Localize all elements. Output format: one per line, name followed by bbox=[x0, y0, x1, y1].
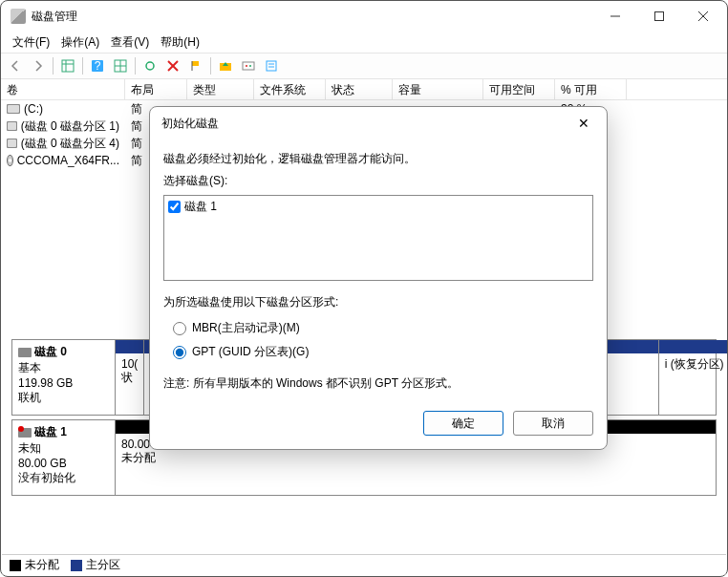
cd-icon bbox=[7, 155, 13, 166]
svg-point-19 bbox=[249, 65, 251, 67]
settings-icon[interactable] bbox=[238, 55, 259, 76]
volume-list-header: 卷 布局 类型 文件系统 状态 容量 可用空间 % 可用 bbox=[1, 79, 727, 100]
col-type[interactable]: 类型 bbox=[187, 79, 254, 99]
partition-line2: i (恢复分区) bbox=[665, 357, 728, 371]
menu-help[interactable]: 帮助(H) bbox=[155, 32, 205, 53]
dialog-message: 磁盘必须经过初始化，逻辑磁盘管理器才能访问。 bbox=[163, 151, 593, 167]
cancel-button[interactable]: 取消 bbox=[513, 411, 593, 436]
volume-name: (磁盘 0 磁盘分区 1) bbox=[21, 118, 119, 135]
disk-label: 磁盘 1 bbox=[34, 425, 67, 438]
svg-rect-1 bbox=[655, 12, 664, 21]
close-button[interactable] bbox=[681, 2, 725, 31]
col-free[interactable]: 可用空间 bbox=[483, 79, 555, 99]
col-fs[interactable]: 文件系统 bbox=[254, 79, 326, 99]
legend-unalloc-swatch bbox=[10, 560, 21, 571]
menu-file[interactable]: 文件(F) bbox=[7, 32, 55, 53]
disk-icon bbox=[18, 428, 32, 438]
window-controls bbox=[593, 2, 725, 31]
col-pct[interactable]: % 可用 bbox=[555, 79, 627, 99]
disk-select-list[interactable]: 磁盘 1 bbox=[163, 195, 593, 281]
partition-bar bbox=[116, 340, 143, 353]
disk-size: 119.98 GB bbox=[18, 376, 109, 390]
svg-rect-4 bbox=[62, 60, 74, 72]
radio-gpt-label: GPT (GUID 分区表)(G) bbox=[192, 344, 309, 360]
menu-action[interactable]: 操作(A) bbox=[55, 32, 105, 53]
radio-mbr-label: MBR(主启动记录)(M) bbox=[192, 320, 300, 336]
svg-text:?: ? bbox=[95, 59, 101, 73]
radio-mbr[interactable] bbox=[173, 322, 186, 335]
legend: 未分配 主分区 bbox=[2, 554, 726, 575]
disk-info: 磁盘 1未知80.00 GB没有初始化 bbox=[12, 420, 116, 495]
disk-item[interactable]: 磁盘 1 bbox=[166, 198, 590, 216]
partition[interactable]: 10(状 bbox=[116, 340, 143, 415]
radio-gpt[interactable] bbox=[173, 346, 186, 359]
disk-icon bbox=[18, 348, 32, 357]
dialog-close-button[interactable]: ✕ bbox=[572, 116, 595, 131]
select-disk-label: 选择磁盘(S): bbox=[163, 173, 593, 189]
radio-gpt-row[interactable]: GPT (GUID 分区表)(G) bbox=[163, 340, 593, 364]
volume-name: (C:) bbox=[24, 102, 43, 116]
toolbar: ? bbox=[1, 53, 727, 79]
view-list-icon[interactable] bbox=[57, 55, 78, 76]
svg-rect-14 bbox=[192, 61, 199, 66]
partition-bar bbox=[659, 340, 728, 353]
window-title: 磁盘管理 bbox=[32, 9, 593, 25]
dialog-note: 注意: 所有早期版本的 Windows 都不识别 GPT 分区形式。 bbox=[163, 375, 593, 392]
menu-view[interactable]: 查看(V) bbox=[105, 32, 155, 53]
ok-button[interactable]: 确定 bbox=[423, 411, 503, 436]
partition-line2: 未分配 bbox=[121, 451, 710, 464]
disk-type: 基本 bbox=[18, 360, 109, 376]
flag-icon[interactable] bbox=[185, 55, 206, 76]
svg-rect-20 bbox=[267, 61, 276, 71]
legend-primary-swatch bbox=[71, 560, 82, 571]
delete-icon[interactable] bbox=[162, 55, 183, 76]
legend-primary-label: 主分区 bbox=[86, 557, 120, 573]
disk-status: 联机 bbox=[18, 390, 109, 406]
menubar: 文件(F) 操作(A) 查看(V) 帮助(H) bbox=[1, 32, 727, 53]
col-layout[interactable]: 布局 bbox=[125, 79, 187, 99]
initialize-disk-dialog: 初始化磁盘 ✕ 磁盘必须经过初始化，逻辑磁盘管理器才能访问。 选择磁盘(S): … bbox=[149, 106, 608, 450]
legend-unalloc-label: 未分配 bbox=[25, 557, 59, 573]
col-status[interactable]: 状态 bbox=[326, 79, 393, 99]
volume-icon bbox=[7, 139, 17, 148]
radio-mbr-row[interactable]: MBR(主启动记录)(M) bbox=[163, 316, 593, 340]
volume-icon bbox=[7, 104, 20, 114]
help-icon[interactable]: ? bbox=[87, 55, 108, 76]
disk-type: 未知 bbox=[18, 440, 109, 457]
titlebar: 磁盘管理 bbox=[1, 1, 727, 32]
disk-info: 磁盘 0基本119.98 GB联机 bbox=[12, 340, 116, 415]
grid-icon[interactable] bbox=[110, 55, 131, 76]
disk-status: 没有初始化 bbox=[18, 470, 109, 486]
partition-line1: 10( bbox=[121, 357, 138, 371]
maximize-button[interactable] bbox=[637, 2, 681, 31]
app-icon bbox=[11, 9, 26, 24]
partition-line2: 状 bbox=[121, 371, 138, 384]
svg-point-18 bbox=[246, 65, 247, 67]
dialog-title: 初始化磁盘 bbox=[161, 116, 219, 132]
col-capacity[interactable]: 容量 bbox=[393, 79, 483, 99]
back-icon[interactable] bbox=[5, 55, 26, 76]
disk-size: 80.00 GB bbox=[18, 457, 109, 470]
volume-name: (磁盘 0 磁盘分区 4) bbox=[21, 136, 119, 152]
partition-style-label: 为所选磁盘使用以下磁盘分区形式: bbox=[163, 294, 593, 310]
forward-icon[interactable] bbox=[28, 55, 49, 76]
minimize-button[interactable] bbox=[593, 2, 637, 31]
svg-rect-17 bbox=[243, 62, 254, 70]
disk-item-checkbox[interactable] bbox=[168, 201, 181, 213]
disk-label: 磁盘 0 bbox=[34, 345, 67, 358]
refresh-icon[interactable] bbox=[139, 55, 161, 76]
folder-up-icon[interactable] bbox=[215, 55, 236, 76]
properties-icon[interactable] bbox=[261, 55, 282, 76]
volume-icon bbox=[7, 121, 17, 131]
col-volume[interactable]: 卷 bbox=[1, 79, 125, 99]
partition[interactable]: i (恢复分区) bbox=[658, 340, 728, 415]
volume-name: CCCOMA_X64FR... bbox=[17, 154, 119, 167]
disk-item-label: 磁盘 1 bbox=[184, 199, 217, 215]
